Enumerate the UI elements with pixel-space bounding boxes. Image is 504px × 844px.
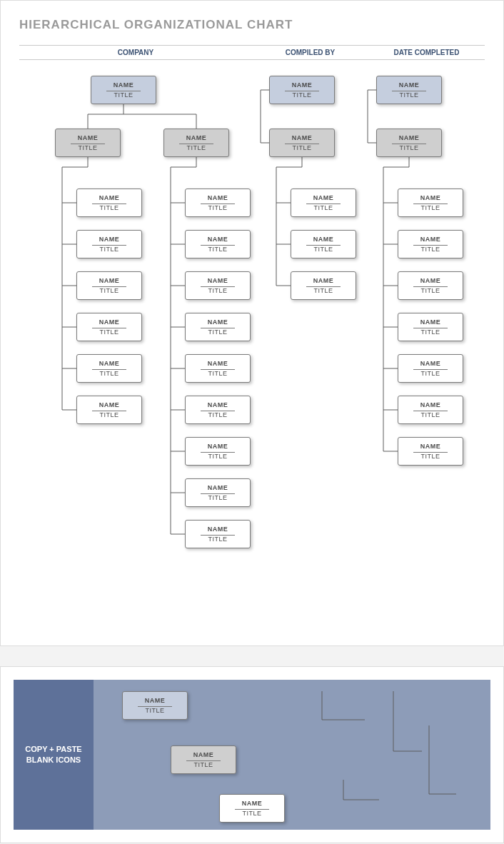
org-node-root-c[interactable]: NAMETITLE: [376, 76, 442, 104]
node-name: NAME: [292, 134, 313, 141]
node-title: TITLE: [208, 453, 227, 460]
palette-side-label: COPY + PASTE BLANK ICONS: [14, 680, 94, 830]
org-node-a2-6[interactable]: NAMETITLE: [185, 396, 251, 424]
node-title: TITLE: [99, 246, 119, 253]
org-node-c-3[interactable]: NAMETITLE: [398, 271, 463, 300]
node-name: NAME: [208, 484, 228, 491]
node-name: NAME: [99, 401, 120, 408]
node-title: TITLE: [208, 536, 227, 543]
node-title: TITLE: [208, 411, 227, 418]
org-node-palette-leaf[interactable]: NAMETITLE: [219, 794, 285, 823]
node-name: NAME: [313, 236, 334, 243]
org-node-a1-6[interactable]: NAMETITLE: [76, 396, 142, 424]
palette-page: COPY + PASTE BLANK ICONS NAMETITLENAMETI…: [0, 666, 504, 843]
node-name: NAME: [114, 81, 134, 89]
page-title: HIERARCHICAL ORGANIZATIONAL CHART: [19, 18, 485, 32]
node-name: NAME: [208, 443, 228, 450]
node-name: NAME: [145, 697, 166, 704]
node-name: NAME: [208, 277, 228, 284]
org-node-a2-4[interactable]: NAMETITLE: [185, 313, 251, 341]
node-name: NAME: [208, 360, 228, 367]
palette-body: NAMETITLENAMETITLENAMETITLE: [94, 680, 490, 830]
node-title: TITLE: [99, 370, 119, 377]
org-node-a1-1[interactable]: NAMETITLE: [76, 189, 142, 217]
node-name: NAME: [99, 318, 120, 326]
node-name: NAME: [313, 194, 334, 201]
org-node-c-6[interactable]: NAMETITLE: [398, 396, 463, 424]
node-name: NAME: [208, 236, 228, 243]
org-node-root-b[interactable]: NAMETITLE: [269, 76, 335, 104]
header-company: COMPANY: [19, 49, 252, 56]
node-name: NAME: [99, 277, 120, 284]
org-node-palette-top[interactable]: NAMETITLE: [122, 691, 188, 720]
node-name: NAME: [420, 194, 441, 201]
node-title: TITLE: [208, 494, 227, 501]
header-compiled: COMPILED BY: [252, 49, 368, 56]
node-title: TITLE: [193, 761, 213, 768]
node-title: TITLE: [313, 287, 333, 294]
node-name: NAME: [420, 318, 441, 326]
node-title: TITLE: [242, 810, 261, 817]
header-date: DATE COMPLETED: [368, 49, 485, 56]
document-page: HIERARCHICAL ORGANIZATIONAL CHART COMPAN…: [0, 0, 504, 646]
org-node-c-5[interactable]: NAMETITLE: [398, 354, 463, 383]
node-title: TITLE: [420, 287, 440, 294]
org-node-a2-1[interactable]: NAMETITLE: [185, 189, 251, 217]
org-node-root-a[interactable]: NAMETITLE: [91, 76, 156, 104]
node-title: TITLE: [420, 370, 440, 377]
org-node-a2-7[interactable]: NAMETITLE: [185, 437, 251, 466]
org-node-palette-mid[interactable]: NAMETITLE: [171, 745, 236, 774]
org-node-c-1[interactable]: NAMETITLE: [398, 189, 463, 217]
org-node-a1-3[interactable]: NAMETITLE: [76, 271, 142, 300]
header-row: COMPANY COMPILED BY DATE COMPLETED: [19, 45, 485, 60]
org-node-b-1[interactable]: NAMETITLE: [291, 189, 356, 217]
org-node-c-2[interactable]: NAMETITLE: [398, 230, 463, 258]
node-title: TITLE: [399, 144, 418, 151]
node-title: TITLE: [145, 707, 164, 714]
org-node-a1-5[interactable]: NAMETITLE: [76, 354, 142, 383]
node-name: NAME: [208, 526, 228, 533]
node-title: TITLE: [208, 246, 227, 253]
node-title: TITLE: [292, 144, 311, 151]
org-node-mgr-b[interactable]: NAMETITLE: [269, 129, 335, 157]
org-node-c-4[interactable]: NAMETITLE: [398, 313, 463, 341]
node-title: TITLE: [186, 144, 206, 151]
node-title: TITLE: [420, 204, 440, 211]
node-name: NAME: [420, 401, 441, 408]
node-name: NAME: [99, 360, 120, 367]
node-title: TITLE: [99, 328, 119, 336]
node-name: NAME: [399, 134, 420, 141]
node-name: NAME: [208, 401, 228, 408]
node-title: TITLE: [292, 91, 311, 99]
node-name: NAME: [420, 236, 441, 243]
node-title: TITLE: [313, 204, 333, 211]
node-title: TITLE: [420, 328, 440, 336]
org-node-c-7[interactable]: NAMETITLE: [398, 437, 463, 466]
org-node-b-3[interactable]: NAMETITLE: [291, 271, 356, 300]
node-name: NAME: [208, 194, 228, 201]
node-name: NAME: [420, 277, 441, 284]
org-node-a2-9[interactable]: NAMETITLE: [185, 520, 251, 548]
org-node-mgr-a1[interactable]: NAMETITLE: [55, 129, 121, 157]
org-node-a2-5[interactable]: NAMETITLE: [185, 354, 251, 383]
node-name: NAME: [78, 134, 99, 141]
node-title: TITLE: [420, 411, 440, 418]
org-node-b-2[interactable]: NAMETITLE: [291, 230, 356, 258]
node-name: NAME: [420, 443, 441, 450]
org-node-a1-4[interactable]: NAMETITLE: [76, 313, 142, 341]
org-node-a2-8[interactable]: NAMETITLE: [185, 478, 251, 507]
org-node-mgr-c[interactable]: NAMETITLE: [376, 129, 442, 157]
org-node-a1-2[interactable]: NAMETITLE: [76, 230, 142, 258]
node-name: NAME: [242, 800, 263, 807]
node-name: NAME: [208, 318, 228, 326]
org-chart: NAMETITLENAMETITLENAMETITLENAMETITLENAME…: [19, 69, 485, 633]
org-node-a2-3[interactable]: NAMETITLE: [185, 271, 251, 300]
node-title: TITLE: [99, 287, 119, 294]
node-title: TITLE: [313, 246, 333, 253]
node-name: NAME: [99, 194, 120, 201]
node-name: NAME: [399, 81, 420, 89]
org-node-mgr-a2[interactable]: NAMETITLE: [163, 129, 229, 157]
node-title: TITLE: [420, 453, 440, 460]
org-node-a2-2[interactable]: NAMETITLE: [185, 230, 251, 258]
node-title: TITLE: [99, 204, 119, 211]
